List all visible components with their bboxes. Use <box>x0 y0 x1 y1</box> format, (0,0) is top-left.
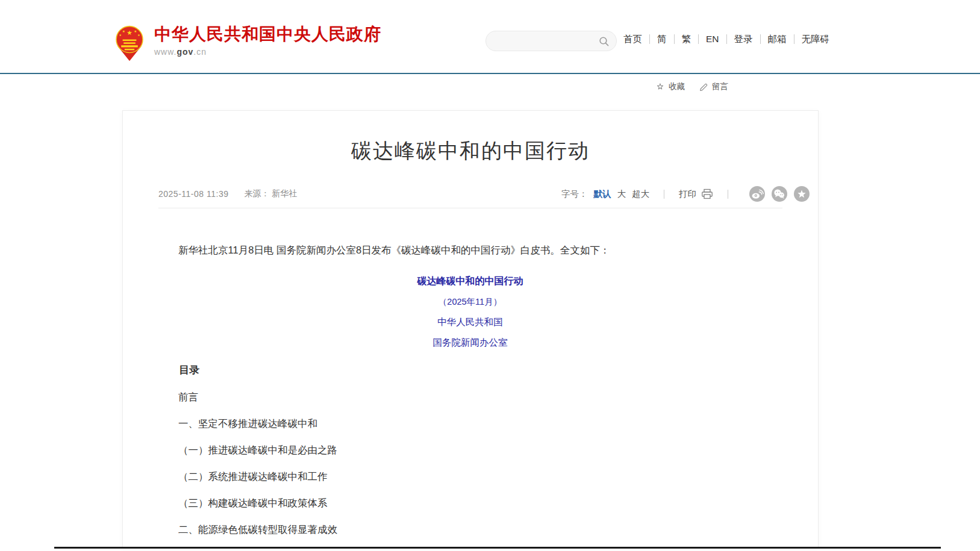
nav-mailbox[interactable]: 邮箱 <box>760 34 794 44</box>
brand-text: 中华人民共和国中央人民政府 www.gov.cn <box>154 25 381 57</box>
divider <box>664 190 664 199</box>
toc-heading: 目录 <box>158 363 782 378</box>
source-value: 新华社 <box>272 188 297 198</box>
search-box <box>485 31 617 51</box>
source-label: 来源： <box>244 188 269 198</box>
toc-item: （二）系统推进碳达峰碳中和工作 <box>158 469 782 484</box>
site-title: 中华人民共和国中央人民政府 <box>154 25 381 44</box>
quick-actions: 收藏 留言 <box>655 81 728 92</box>
favorite-link[interactable]: 收藏 <box>655 81 685 92</box>
font-size-xlarge-button[interactable]: 超大 <box>632 188 649 200</box>
article-title: 碳达峰碳中和的中国行动 <box>159 139 782 163</box>
article-date: 2025-11-08 11:39 <box>158 189 228 199</box>
comment-label: 留言 <box>712 81 728 92</box>
article-meta: 2025-11-08 11:39 来源： 新华社 字号： 默认 大 超大 打印 <box>158 186 810 202</box>
lead-paragraph: 新华社北京11月8日电 国务院新闻办公室8日发布《碳达峰碳中和的中国行动》白皮书… <box>158 242 782 258</box>
document-date: （2025年11月） <box>158 294 782 310</box>
print-button[interactable]: 打印 <box>679 188 713 200</box>
font-size-label: 字号： <box>561 188 588 200</box>
meta-right: 字号： 默认 大 超大 打印 <box>561 186 810 202</box>
meta-divider <box>158 208 782 208</box>
toc-item: （三）构建碳达峰碳中和政策体系 <box>158 495 782 511</box>
nav-accessibility[interactable]: 无障碍 <box>794 34 837 44</box>
share-star-icon[interactable] <box>794 186 810 202</box>
toc-item: 前言 <box>158 389 782 405</box>
top-nav: 首页 简 繁 EN 登录 邮箱 无障碍 <box>623 34 837 44</box>
article-body: 新华社北京11月8日电 国务院新闻办公室8日发布《碳达峰碳中和的中国行动》白皮书… <box>123 242 818 548</box>
share-wechat-icon[interactable] <box>772 186 787 202</box>
brand[interactable]: ★ ★ ★ ★ ★ 中华人民共和国中央人民政府 www.gov.cn <box>114 25 381 62</box>
article-source: 来源： 新华社 <box>244 188 297 199</box>
header-divider <box>0 73 980 74</box>
search-icon[interactable] <box>599 36 610 47</box>
svg-text:★: ★ <box>137 34 140 37</box>
comment-link[interactable]: 留言 <box>699 81 728 92</box>
font-size-large-button[interactable]: 大 <box>617 188 626 200</box>
svg-text:★: ★ <box>119 34 122 37</box>
toc-item: （一）推进碳达峰碳中和是必由之路 <box>158 442 782 458</box>
favorite-label: 收藏 <box>669 81 685 92</box>
search-input[interactable] <box>496 31 597 51</box>
svg-text:★: ★ <box>126 29 132 36</box>
national-emblem-icon: ★ ★ ★ ★ ★ <box>114 25 145 62</box>
site-url-suffix: .cn <box>193 47 207 57</box>
toc-item: 一、坚定不移推进碳达峰碳中和 <box>158 416 782 431</box>
star-icon <box>655 82 665 92</box>
meta-left: 2025-11-08 11:39 来源： 新华社 <box>158 188 297 199</box>
site-url-prefix: www. <box>154 47 176 57</box>
printer-icon <box>701 188 713 199</box>
nav-english[interactable]: EN <box>698 34 726 44</box>
share-weibo-icon[interactable] <box>749 186 765 202</box>
article-card: 碳达峰碳中和的中国行动 2025-11-08 11:39 来源： 新华社 字号：… <box>122 110 819 548</box>
nav-traditional[interactable]: 繁 <box>674 34 699 44</box>
nav-home[interactable]: 首页 <box>623 34 649 44</box>
print-label: 打印 <box>679 188 696 200</box>
font-size-default-button[interactable]: 默认 <box>594 188 611 200</box>
site-url-domain: gov <box>176 47 193 57</box>
nav-login[interactable]: 登录 <box>726 34 760 44</box>
document-org-line-2: 国务院新闻办公室 <box>158 335 782 350</box>
document-org-line-1: 中华人民共和国 <box>158 314 782 330</box>
document-title: 碳达峰碳中和的中国行动 <box>158 273 782 289</box>
page: ★ ★ ★ ★ ★ 中华人民共和国中央人民政府 www.gov.cn <box>0 0 980 551</box>
toc-item: 二、能源绿色低碳转型取得显著成效 <box>158 521 782 537</box>
pencil-icon <box>699 82 708 92</box>
nav-simplified[interactable]: 简 <box>649 34 674 44</box>
divider <box>728 190 728 199</box>
bottom-edge-line <box>54 547 941 549</box>
site-url: www.gov.cn <box>154 47 381 57</box>
svg-text:★: ★ <box>134 30 137 33</box>
svg-text:★: ★ <box>122 30 125 33</box>
